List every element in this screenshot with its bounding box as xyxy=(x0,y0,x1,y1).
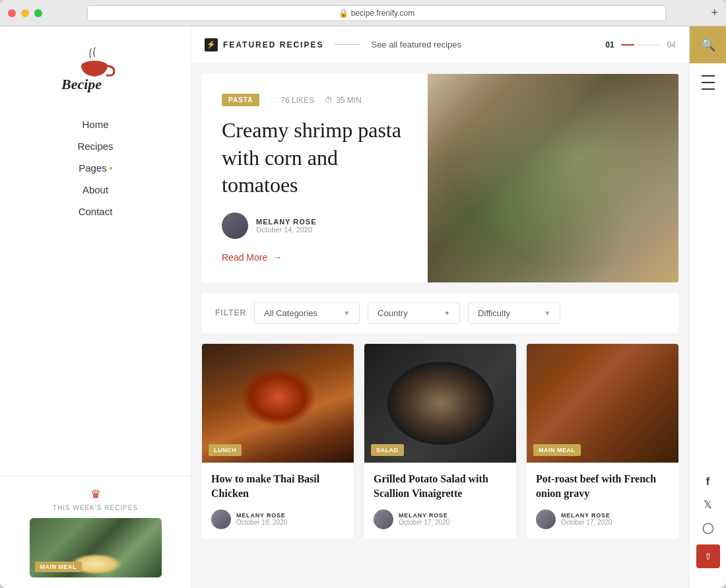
recipe-card-body-1: Grilled Potato Salad with Scallion Vinai… xyxy=(364,463,516,539)
recipe-author-name-1: MELANY ROSE xyxy=(399,512,449,519)
weekly-recipe-image[interactable]: MAIN MEAL xyxy=(30,518,162,577)
search-icon: 🔍 xyxy=(701,38,715,52)
author-avatar-placeholder xyxy=(222,212,248,239)
browser-window: 🔒 becipe.frenify.com + Becipe xyxy=(0,0,726,588)
recipe-card-0[interactable]: LUNCH How to make Thai Basil Chicken MEL… xyxy=(202,344,354,539)
recipe-title-2: Pot-roast beef with French onion gravy xyxy=(536,472,669,502)
recipe-author-date-2: October 17, 2020 xyxy=(561,519,612,526)
lock-icon: 🔒 xyxy=(339,9,348,18)
sidebar-item-recipes[interactable]: Recipes xyxy=(77,141,113,152)
read-more-text: Read More xyxy=(222,252,267,263)
sidebar-item-about[interactable]: About xyxy=(82,184,108,195)
author-info: MELANY ROSE October 14, 2020 xyxy=(256,218,316,234)
read-more-link[interactable]: Read More → xyxy=(222,252,408,263)
filter-difficulty-select[interactable]: Difficulty ▼ xyxy=(468,302,560,324)
filter-bar: FILTER All Categories ▼ Country ▼ Diffic… xyxy=(202,293,678,333)
recipe-author-info-0: MELANY ROSE October 18, 2020 xyxy=(236,512,287,526)
search-button[interactable]: 🔍 xyxy=(690,26,726,63)
recipe-title-0: How to make Thai Basil Chicken xyxy=(211,472,345,502)
weekly-label: THIS WEEK'S RECIPES xyxy=(53,504,138,511)
recipe-author-info-2: MELANY ROSE October 17, 2020 xyxy=(561,512,612,526)
pagination-current: 01 xyxy=(605,40,614,49)
recipe-avatar-placeholder-0 xyxy=(211,509,231,529)
hero-likes: ♡ 76 LIKES xyxy=(270,96,314,105)
recipe-card-2[interactable]: MAIN MEAL Pot-roast beef with French oni… xyxy=(527,344,678,539)
hero-category-badge: PASTA xyxy=(222,94,259,106)
recipe-author-info-1: MELANY ROSE October 17, 2020 xyxy=(399,512,449,526)
logo-area: Becipe xyxy=(43,26,148,106)
recipe-author-date-0: October 18, 2020 xyxy=(236,519,287,526)
new-tab-button[interactable]: + xyxy=(711,6,718,20)
browser-dot-green[interactable] xyxy=(34,9,42,17)
recipes-grid: LUNCH How to make Thai Basil Chicken MEL… xyxy=(202,344,678,539)
recipe-card-image-2: MAIN MEAL xyxy=(527,344,678,463)
heart-icon: ♡ xyxy=(270,96,277,105)
hero-time: ⏱ 35 MIN xyxy=(325,96,362,105)
recipe-card-body-0: How to make Thai Basil Chicken MELANY RO… xyxy=(202,463,354,539)
browser-dot-red[interactable] xyxy=(8,9,16,17)
recipe-badge-0: LUNCH xyxy=(209,444,242,456)
recipe-author-date-1: October 17, 2020 xyxy=(399,519,449,526)
clock-icon: ⏱ xyxy=(325,96,333,105)
filter-categories-select[interactable]: All Categories ▼ xyxy=(254,302,360,324)
recipe-avatar-1 xyxy=(374,509,393,529)
sidebar-item-home[interactable]: Home xyxy=(82,119,108,130)
recipe-card-1[interactable]: SALAD Grilled Potato Salad with Scallion… xyxy=(364,344,516,539)
recipe-badge-2: MAIN MEAL xyxy=(533,444,581,456)
pages-dot-indicator xyxy=(110,167,112,170)
pagination-total: 04 xyxy=(667,40,676,49)
sidebar-nav: Home Recipes Pages About Contact xyxy=(77,119,113,476)
recipe-card-image-1: SALAD xyxy=(364,344,516,463)
see-featured-link[interactable]: See all featured recipes xyxy=(371,40,461,49)
recipe-avatar-placeholder-1 xyxy=(374,509,393,529)
right-panel: 🔍 f 𝕏 ◯ ⇧ xyxy=(689,26,726,588)
hero-image xyxy=(428,74,678,282)
facebook-icon[interactable]: f xyxy=(706,476,710,488)
recipe-badge-1: SALAD xyxy=(371,444,404,456)
hero-content: PASTA ♡ 76 LIKES ⏱ 35 MIN Creamy shrimp … xyxy=(202,74,428,282)
arrow-right-icon: → xyxy=(273,252,282,263)
chevron-down-icon: ▼ xyxy=(343,310,350,317)
hero-tags: PASTA ♡ 76 LIKES ⏱ 35 MIN xyxy=(222,94,408,106)
sidebar-item-pages[interactable]: Pages xyxy=(79,162,112,174)
recipe-card-body-2: Pot-roast beef with French onion gravy M… xyxy=(527,463,678,539)
sidebar-item-contact[interactable]: Contact xyxy=(79,206,113,217)
hero-overlay xyxy=(428,74,678,282)
sidebar: Becipe Home Recipes Pages About Contact … xyxy=(0,26,191,588)
topbar-divider xyxy=(334,44,360,45)
svg-text:Becipe: Becipe xyxy=(61,76,102,92)
recipe-author-1: MELANY ROSE October 17, 2020 xyxy=(374,509,507,529)
hero-likes-count: 76 LIKES xyxy=(280,96,314,105)
author-name: MELANY ROSE xyxy=(256,218,316,226)
recipe-avatar-0 xyxy=(211,509,231,529)
author-date: October 14, 2020 xyxy=(256,226,316,234)
recipe-avatar-2 xyxy=(536,509,556,529)
filter-categories-value: All Categories xyxy=(264,308,317,318)
pagination: 01 04 xyxy=(605,40,676,49)
hamburger-line-1 xyxy=(702,75,715,77)
hamburger-menu[interactable] xyxy=(690,63,726,102)
filter-difficulty-value: Difficulty xyxy=(478,308,510,318)
browser-dot-yellow[interactable] xyxy=(21,9,29,17)
lightning-icon: ⚡ xyxy=(205,38,218,51)
weekly-badge: MAIN MEAL xyxy=(35,562,82,572)
chevron-down-difficulty-icon: ▼ xyxy=(544,310,550,317)
hero-section: PASTA ♡ 76 LIKES ⏱ 35 MIN Creamy shrimp … xyxy=(202,74,678,282)
top-bar: ⚡ FEATURED RECIPES See all featured reci… xyxy=(191,26,689,63)
hero-title: Creamy shrimp pasta with corn and tomato… xyxy=(222,117,408,199)
social-icons: f 𝕏 ◯ ⇧ xyxy=(690,102,726,588)
filter-label: FILTER xyxy=(215,308,246,317)
main-content: ⚡ FEATURED RECIPES See all featured reci… xyxy=(191,26,689,588)
browser-addressbar: 🔒 becipe.frenify.com xyxy=(87,5,666,21)
sidebar-weekly-section: ♛ THIS WEEK'S RECIPES MAIN MEAL xyxy=(0,476,191,588)
filter-country-select[interactable]: Country ▼ xyxy=(368,302,460,324)
browser-titlebar: 🔒 becipe.frenify.com + xyxy=(0,0,726,26)
recipe-author-name-0: MELANY ROSE xyxy=(236,512,287,519)
scroll-up-button[interactable]: ⇧ xyxy=(696,544,720,568)
recipe-avatar-placeholder-2 xyxy=(536,509,556,529)
recipe-author-0: MELANY ROSE October 18, 2020 xyxy=(211,509,345,529)
instagram-icon[interactable]: ◯ xyxy=(702,521,714,534)
twitter-icon[interactable]: 𝕏 xyxy=(704,498,712,511)
recipe-title-1: Grilled Potato Salad with Scallion Vinai… xyxy=(374,472,507,502)
pagination-bar xyxy=(621,44,661,46)
